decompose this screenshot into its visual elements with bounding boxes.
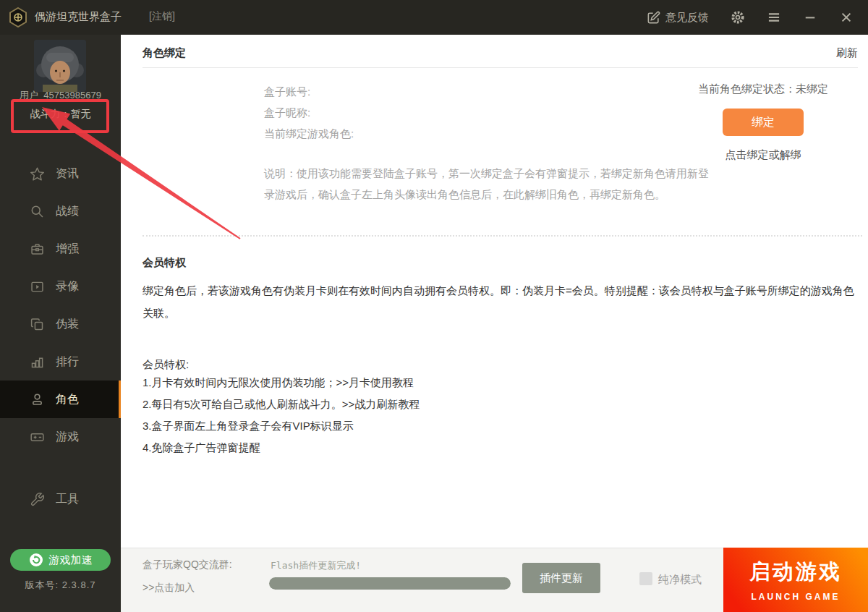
gamepad-icon bbox=[29, 429, 45, 445]
close-icon bbox=[839, 10, 854, 25]
membership-item: 3.盒子界面左上角登录盒子会有VIP标识显示 bbox=[142, 415, 860, 437]
sidebar-item-ranking[interactable]: 排行 bbox=[0, 343, 121, 381]
pure-mode-checkbox[interactable] bbox=[639, 572, 652, 585]
bind-fields: 盒子账号: 盒子昵称: 当前绑定游戏角色: bbox=[264, 81, 354, 144]
dotted-divider bbox=[142, 235, 862, 237]
qq-group-label: 盒子玩家QQ交流群: bbox=[142, 558, 232, 571]
box-account-label: 盒子账号: bbox=[264, 81, 354, 102]
feedback-button[interactable]: 意见反馈 bbox=[647, 11, 709, 25]
avatar[interactable] bbox=[34, 40, 86, 92]
bind-note: 说明：使用该功能需要登陆盒子账号，第一次绑定盒子会有弹窗提示，若绑定新角色请用新… bbox=[264, 163, 711, 205]
bind-status-text: 当前角色绑定状态：未绑定 bbox=[691, 82, 835, 96]
sidebar-item-character[interactable]: 角色 bbox=[0, 381, 121, 418]
refresh-button[interactable]: 刷新 bbox=[836, 46, 858, 60]
video-icon bbox=[29, 279, 45, 294]
titlebar: 偶游坦克世界盒子 [注销] 意见反馈 bbox=[0, 0, 868, 35]
bar-chart-icon bbox=[29, 354, 45, 370]
bind-hint: 点击绑定或解绑 bbox=[691, 148, 835, 162]
menu-button[interactable] bbox=[767, 10, 781, 25]
power-refresh-tutorial-link[interactable]: >>战力刷新教程 bbox=[342, 398, 420, 410]
plugin-update-button[interactable]: 插件更新 bbox=[522, 563, 600, 593]
membership-item: 2.每日有5次可给自己或他人刷新战斗力。>>战力刷新教程 bbox=[142, 394, 860, 415]
sidebar-item-battle-record[interactable]: 战绩 bbox=[0, 192, 121, 230]
launch-game-subtitle: LAUNCH GAME bbox=[752, 592, 841, 602]
sidebar-item-tools[interactable]: 工具 bbox=[0, 480, 121, 518]
sidebar-item-replays[interactable]: 录像 bbox=[0, 268, 121, 305]
wrench-icon bbox=[29, 491, 45, 507]
launch-game-title: 启动游戏 bbox=[749, 558, 842, 587]
page-title: 角色绑定 bbox=[142, 46, 186, 60]
game-boost-button[interactable]: 游戏加速 bbox=[10, 549, 111, 571]
launch-game-button[interactable]: 启动游戏 LAUNCH GAME bbox=[723, 548, 868, 612]
sidebar: 用户_45753985679 战斗力：暂无 资讯 战绩 bbox=[0, 35, 121, 612]
bound-character-label: 当前绑定游戏角色: bbox=[264, 123, 354, 144]
hamburger-icon bbox=[767, 10, 781, 25]
sidebar-item-game[interactable]: 游戏 bbox=[0, 418, 121, 456]
membership-list: 1.月卡有效时间内无限次使用伪装功能；>>月卡使用教程 2.每日有5次可给自己或… bbox=[142, 372, 860, 459]
settings-button[interactable] bbox=[731, 10, 745, 25]
sidebar-username: 用户_45753985679 bbox=[0, 89, 121, 102]
person-icon bbox=[29, 391, 45, 407]
membership-section: 会员特权 绑定角色后，若该游戏角色有伪装月卡则在有效时间内自动拥有会员特权。即：… bbox=[142, 256, 860, 459]
panel-header: 角色绑定 刷新 bbox=[142, 39, 858, 68]
sidebar-menu: 资讯 战绩 增强 bbox=[0, 155, 121, 518]
speed-circle-icon bbox=[29, 553, 43, 567]
box-nickname-label: 盒子昵称: bbox=[264, 102, 354, 123]
membership-intro: 绑定角色后，若该游戏角色有伪装月卡则在有效时间内自动拥有会员特权。即：伪装月卡=… bbox=[142, 279, 860, 324]
membership-list-title: 会员特权: bbox=[142, 358, 860, 372]
gear-icon bbox=[731, 10, 745, 25]
logout-button[interactable]: [注销] bbox=[149, 10, 175, 23]
app-logo-icon bbox=[9, 7, 27, 30]
bind-button[interactable]: 绑定 bbox=[723, 109, 804, 136]
version-label: 版本号: 2.3.8.7 bbox=[0, 579, 121, 592]
membership-item: 1.月卡有效时间内无限次使用伪装功能；>>月卡使用教程 bbox=[142, 372, 860, 394]
membership-item: 4.免除盒子广告弹窗提醒 bbox=[142, 437, 860, 459]
plugin-progress-bar bbox=[269, 577, 511, 590]
feedback-label: 意见反馈 bbox=[665, 11, 709, 25]
sidebar-item-camouflage[interactable]: 伪装 bbox=[0, 305, 121, 343]
toolbox-icon bbox=[29, 241, 45, 257]
copy-layers-icon bbox=[29, 316, 45, 332]
main-content: 角色绑定 刷新 盒子账号: 盒子昵称: 当前绑定游戏角色: 当前角色绑定状态：未… bbox=[121, 35, 868, 548]
minimize-icon bbox=[803, 10, 817, 25]
flash-status-text: Flash插件更新完成! bbox=[271, 559, 361, 572]
sidebar-item-news[interactable]: 资讯 bbox=[0, 155, 121, 192]
bind-status-block: 当前角色绑定状态：未绑定 绑定 点击绑定或解绑 bbox=[691, 82, 835, 162]
edit-feedback-icon bbox=[647, 11, 660, 25]
search-icon bbox=[29, 203, 45, 219]
combat-power-label: 战斗力：暂无 bbox=[0, 108, 121, 121]
star-icon bbox=[29, 166, 45, 182]
pure-mode-label: 纯净模式 bbox=[658, 573, 702, 587]
minimize-button[interactable] bbox=[803, 10, 817, 25]
sidebar-item-enhance[interactable]: 增强 bbox=[0, 230, 121, 268]
close-button[interactable] bbox=[839, 10, 854, 25]
membership-title: 会员特权 bbox=[142, 256, 860, 270]
app-title: 偶游坦克世界盒子 bbox=[35, 10, 122, 24]
monthly-card-tutorial-link[interactable]: >>月卡使用教程 bbox=[336, 376, 414, 388]
plugin-progress-fill bbox=[269, 577, 511, 590]
qq-join-link[interactable]: >>点击加入 bbox=[142, 582, 195, 595]
